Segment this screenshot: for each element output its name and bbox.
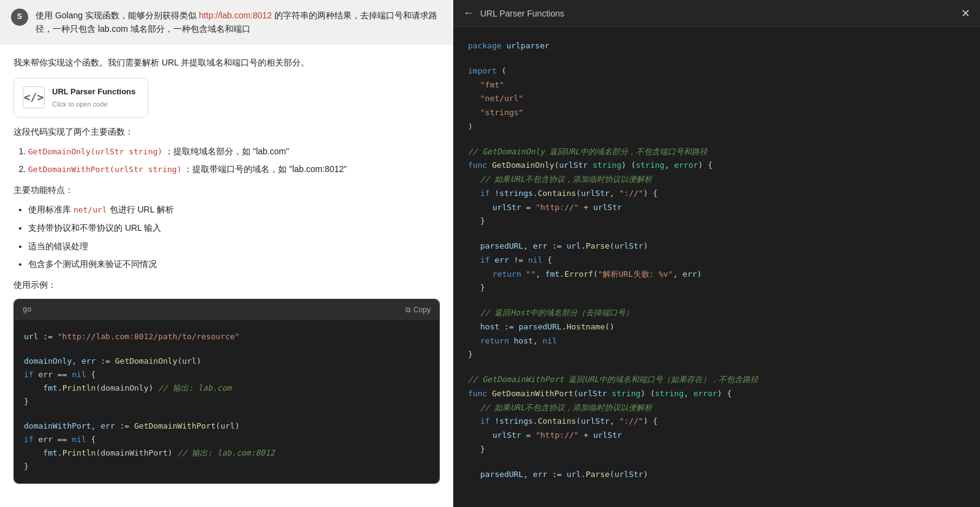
code-line-9: } <box>24 460 429 473</box>
feature-4: 包含多个测试用例来验证不同情况 <box>28 257 440 272</box>
neturl-link: net/url <box>74 205 107 214</box>
cv-func2-sig: func GetDomainWithPort(urlStr string) (s… <box>468 387 965 401</box>
cv-blank-3 <box>468 228 965 239</box>
cv-func1-close: } <box>468 348 965 362</box>
back-button[interactable]: ← <box>463 7 474 20</box>
code-block-header: go ⧉ Copy <box>14 299 439 320</box>
function-list: GetDomainOnly(urlStr string) ：提取纯域名部分，如 … <box>13 145 440 178</box>
cv-func1-comment3: // 返回Host中的域名部分（去掉端口号） <box>468 306 965 320</box>
copy-button[interactable]: ⧉ Copy <box>405 306 431 314</box>
cv-func2-comment2: // 如果URL不包含协议，添加临时协议以便解析 <box>468 401 965 415</box>
cv-func2-if1-close: } <box>468 443 965 457</box>
feature-list: 使用标准库 net/url 包进行 URL 解析 支持带协议和不带协议的 URL… <box>13 203 440 272</box>
fn1-desc: ：提取纯域名部分，如 "lab.com" <box>165 146 289 156</box>
copy-icon: ⧉ <box>405 306 411 314</box>
cv-blank-1 <box>468 53 965 64</box>
cv-import-fmt: "fmt" <box>468 78 965 92</box>
code-line-4: fmt.Println(domainOnly) // 输出: lab.com <box>24 381 429 395</box>
usage-label: 使用示例： <box>13 278 440 293</box>
right-title: URL Parser Functions <box>480 9 564 18</box>
code-line-7: if err == nil { <box>24 433 429 446</box>
cv-func1-sig: func GetDomainOnly(urlStr string) (strin… <box>468 159 965 173</box>
blank-1 <box>24 344 429 355</box>
cv-func1-return: return host, nil <box>468 334 965 348</box>
cv-blank-5 <box>468 362 965 373</box>
section2-text: 主要功能特点： <box>13 183 440 198</box>
fn1-name: GetDomainOnly(urlStr string) <box>28 147 162 156</box>
cv-blank-6 <box>468 457 965 468</box>
code-block: go ⧉ Copy url := "http://lab.com:8012/pa… <box>13 299 440 484</box>
cv-func1-if1: if !strings.Contains(urlStr, "://") { <box>468 187 965 201</box>
feature-2: 支持带协议和不带协议的 URL 输入 <box>28 221 440 236</box>
assistant-message: 我来帮你实现这个函数。我们需要解析 URL 并提取域名和端口号的相关部分。 </… <box>0 45 453 495</box>
close-button[interactable]: ✕ <box>961 7 970 20</box>
code-reference-card[interactable]: </> URL Parser Functions Click to open c… <box>13 78 148 118</box>
fn2-desc: ：提取带端口号的域名，如 "lab.com:8012" <box>184 164 347 174</box>
intro-text: 我来帮你实现这个函数。我们需要解析 URL 并提取域名和端口号的相关部分。 <box>13 56 440 70</box>
code-ref-title: URL Parser Functions <box>52 85 135 99</box>
cv-func1-if2: if err != nil { <box>468 254 965 268</box>
code-icon: </> <box>23 86 45 108</box>
cv-func1-comment: // GetDomainOnly 返回URL中的域名部分，不包含端口号和路径 <box>468 145 965 159</box>
copy-label: Copy <box>413 306 431 314</box>
code-line-1: url := "http://lab.com:8012/path/to/reso… <box>24 330 429 344</box>
cv-func2-parse: parsedURL, err := url.Parse(urlStr) <box>468 468 965 482</box>
cv-import-url: "net/url" <box>468 92 965 106</box>
cv-func1-if1-close: } <box>468 214 965 228</box>
cv-blank-2 <box>468 134 965 145</box>
code-ref-sub: Click to open code <box>52 99 135 111</box>
code-line-8: fmt.Println(domainWithPort) // 输出: lab.c… <box>24 446 429 460</box>
cv-blank-4 <box>468 295 965 306</box>
cv-import-close: ) <box>468 120 965 134</box>
right-panel: ← URL Parser Functions ✕ package urlpars… <box>453 0 980 507</box>
list-item-1: GetDomainOnly(urlStr string) ：提取纯域名部分，如 … <box>28 145 440 159</box>
cv-func2-if1: if !strings.Contains(urlStr, "://") { <box>468 415 965 429</box>
cv-func1-host: host := parsedURL.Hostname() <box>468 320 965 334</box>
avatar: S <box>11 9 28 26</box>
cv-import-strings: "strings" <box>468 106 965 120</box>
code-ref-info: URL Parser Functions Click to open code <box>52 85 135 111</box>
code-line-3: if err == nil { <box>24 368 429 381</box>
code-line-2: domainOnly, err := GetDomainOnly(url) <box>24 355 429 368</box>
left-panel: S 使用 Golang 实现函数，能够分别获得类似 http://lab.com… <box>0 0 453 507</box>
cv-func2-comment: // GetDomainWithPort 返回URL中的域名和端口号（如果存在）… <box>468 373 965 387</box>
cv-package: package urlparser <box>468 39 965 53</box>
cv-func2-assign1: urlStr = "http://" + urlStr <box>468 429 965 443</box>
cv-func1-return-err: return "", fmt.Errorf("解析URL失败: %v", err… <box>468 268 965 282</box>
blank-2 <box>24 408 429 419</box>
cv-func1-parse: parsedURL, err := url.Parse(urlStr) <box>468 239 965 254</box>
feature-3: 适当的错误处理 <box>28 239 440 254</box>
cv-func1-if2-close: } <box>468 281 965 295</box>
user-message: S 使用 Golang 实现函数，能够分别获得类似 http://lab.com… <box>0 0 453 45</box>
header-left: ← URL Parser Functions <box>463 7 564 20</box>
cv-import-open: import ( <box>468 64 965 78</box>
cv-func1-assign1: urlStr = "http://" + urlStr <box>468 201 965 215</box>
user-link[interactable]: http://lab.com:8012 <box>199 10 272 20</box>
code-block-body: url := "http://lab.com:8012/path/to/reso… <box>14 320 439 484</box>
right-header: ← URL Parser Functions ✕ <box>453 0 980 27</box>
code-line-5: } <box>24 395 429 408</box>
list-item-2: GetDomainWithPort(urlStr string) ：提取带端口号… <box>28 162 440 177</box>
user-text: 使用 Golang 实现函数，能够分别获得类似 http://lab.com:8… <box>36 9 442 36</box>
fn2-name: GetDomainWithPort(urlStr string) <box>28 165 181 174</box>
code-view[interactable]: package urlparser import ( "fmt" "net/ur… <box>453 27 980 507</box>
code-lang: go <box>23 303 31 317</box>
code-line-6: domainWithPort, err := GetDomainWithPort… <box>24 419 429 433</box>
feature-1: 使用标准库 net/url 包进行 URL 解析 <box>28 203 440 217</box>
cv-func1-comment2: // 如果URL不包含协议，添加临时协议以便解析 <box>468 173 965 187</box>
section1-text: 这段代码实现了两个主要函数： <box>13 125 440 140</box>
